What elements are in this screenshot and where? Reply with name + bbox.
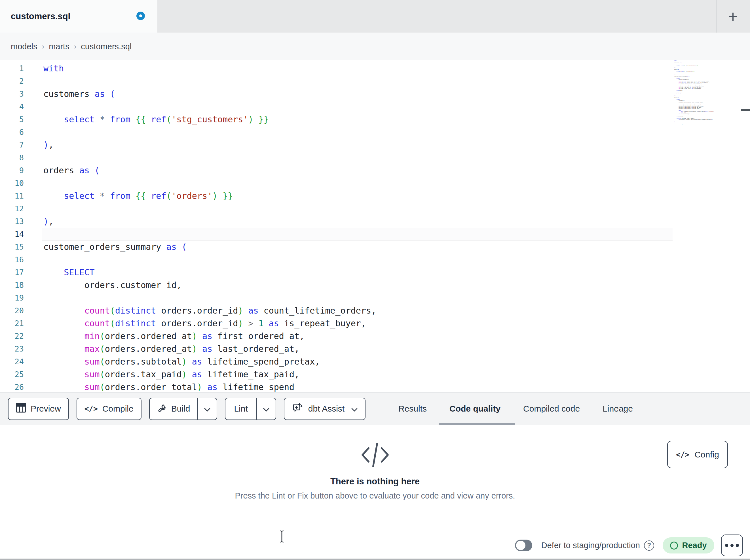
code-quality-panel: There is nothing here Press the Lint or … xyxy=(0,425,750,532)
scrollbar-thumb[interactable] xyxy=(741,109,750,111)
code-line[interactable]: orders as ( xyxy=(43,164,376,177)
tab-customers-sql[interactable]: customers.sql xyxy=(0,0,157,33)
code-empty-state-icon xyxy=(0,442,750,469)
unsaved-changes-indicator xyxy=(136,12,145,20)
line-number: 12 xyxy=(0,202,24,215)
code-line[interactable]: customer_orders_summary as ( xyxy=(43,241,376,253)
build-label: Build xyxy=(171,404,190,414)
chevron-down-icon xyxy=(204,404,211,414)
code-line[interactable] xyxy=(43,291,376,304)
text-cursor xyxy=(279,530,284,544)
line-number: 1 xyxy=(0,62,24,75)
code-line[interactable]: sum(orders.subtotal) as lifetime_spend_p… xyxy=(43,355,376,368)
ready-status-badge: Ready xyxy=(663,537,714,554)
status-bar: Defer to staging/production ? Ready xyxy=(0,532,750,559)
code-line[interactable] xyxy=(43,202,376,215)
indent-guide xyxy=(43,177,43,215)
dbt-assist-label: dbt Assist xyxy=(308,404,344,414)
tabbar-divider xyxy=(716,0,716,33)
code-line[interactable] xyxy=(43,253,376,266)
window-bottom-edge xyxy=(0,559,750,560)
tab-title: customers.sql xyxy=(11,11,70,22)
toggle-knob xyxy=(516,541,526,550)
assist-chat-sparkle-icon xyxy=(292,402,303,416)
line-number: 24 xyxy=(0,355,24,368)
line-number: 20 xyxy=(0,304,24,317)
minimap[interactable]: with customers as ( select * from {{ ref… xyxy=(674,60,719,125)
line-number: 14 xyxy=(0,228,24,241)
line-number: 13 xyxy=(0,215,24,228)
line-number: 17 xyxy=(0,266,24,279)
line-number: 18 xyxy=(0,279,24,291)
breadcrumb-item-customers-sql[interactable]: customers.sql xyxy=(81,42,132,51)
code-line[interactable]: ), xyxy=(43,215,376,228)
code-line[interactable] xyxy=(43,228,376,241)
line-number: 7 xyxy=(0,139,24,151)
line-number: 15 xyxy=(0,241,24,253)
compile-button[interactable]: </> Compile xyxy=(77,398,141,420)
line-number: 3 xyxy=(0,87,24,100)
line-number: 26 xyxy=(0,381,24,392)
plus-icon: + xyxy=(728,7,738,26)
editor-right-divider xyxy=(740,60,741,392)
breadcrumb-separator: › xyxy=(42,42,44,51)
tab-results[interactable]: Results xyxy=(398,404,427,414)
code-content[interactable]: with customers as ( select * from {{ ref… xyxy=(43,62,376,392)
line-number: 22 xyxy=(0,330,24,343)
ready-label: Ready xyxy=(682,541,707,550)
code-line[interactable]: with xyxy=(43,62,376,75)
code-line[interactable]: count(distinct orders.order_id) as count… xyxy=(43,304,376,317)
code-line[interactable]: select * from {{ ref('orders') }} xyxy=(43,189,376,202)
defer-toggle[interactable] xyxy=(515,540,532,551)
code-line[interactable]: SELECT xyxy=(43,266,376,279)
lint-label: Lint xyxy=(234,404,248,414)
code-line[interactable] xyxy=(43,151,376,164)
code-line[interactable]: sum(orders.order_total) as lifetime_spen… xyxy=(43,381,376,392)
line-number: 6 xyxy=(0,126,24,139)
tab-code-quality[interactable]: Code quality xyxy=(450,404,500,414)
code-editor[interactable]: 1234567891011121314151617181920212223242… xyxy=(0,60,750,392)
line-number: 19 xyxy=(0,291,24,304)
tab-compiled-code[interactable]: Compiled code xyxy=(523,404,580,414)
ellipsis-icon xyxy=(725,544,728,547)
breadcrumb-item-marts[interactable]: marts xyxy=(49,42,70,51)
active-tab-underline xyxy=(439,423,515,425)
code-line[interactable] xyxy=(43,126,376,139)
code-line[interactable]: sum(orders.tax_paid) as lifetime_tax_pai… xyxy=(43,368,376,381)
build-dropdown-button[interactable] xyxy=(197,398,217,419)
line-number: 16 xyxy=(0,253,24,266)
code-line[interactable]: customers as ( xyxy=(43,87,376,100)
code-line[interactable]: orders.customer_id, xyxy=(43,279,376,291)
breadcrumb-separator: › xyxy=(74,42,77,51)
code-line[interactable]: select * from {{ ref('stg_customers') }} xyxy=(43,113,376,126)
new-tab-button[interactable]: + xyxy=(723,4,743,28)
lint-button[interactable]: Lint xyxy=(225,398,276,420)
preview-button[interactable]: Preview xyxy=(8,398,69,420)
code-icon: </> xyxy=(84,405,98,413)
breadcrumb-bar: models›marts›customers.sql Save xyxy=(0,33,750,60)
breadcrumb-item-models[interactable]: models xyxy=(11,42,37,51)
line-number: 9 xyxy=(0,164,24,177)
build-button[interactable]: Build xyxy=(149,398,217,420)
empty-state-title: There is nothing here xyxy=(0,476,750,486)
tab-lineage[interactable]: Lineage xyxy=(603,404,633,414)
line-number: 10 xyxy=(0,177,24,189)
code-line[interactable] xyxy=(43,100,376,113)
code-icon: </> xyxy=(676,450,689,459)
code-line[interactable]: max(orders.ordered_at) as last_ordered_a… xyxy=(43,343,376,355)
code-line[interactable]: ), xyxy=(43,139,376,151)
code-line[interactable] xyxy=(43,75,376,87)
config-label: Config xyxy=(694,450,719,459)
help-icon[interactable]: ? xyxy=(644,540,654,551)
line-number: 8 xyxy=(0,151,24,164)
code-line[interactable]: min(orders.ordered_at) as first_ordered_… xyxy=(43,330,376,343)
code-line[interactable] xyxy=(43,177,376,189)
more-options-button[interactable] xyxy=(721,535,743,556)
dbt-assist-button[interactable]: dbt Assist xyxy=(284,398,366,420)
config-button[interactable]: </> Config xyxy=(667,441,728,468)
line-number: 2 xyxy=(0,75,24,87)
status-circle-icon xyxy=(670,542,678,549)
code-line[interactable]: count(distinct orders.order_id) > 1 as i… xyxy=(43,317,376,330)
minimap-line: on customers.customer_id = customer_orde… xyxy=(674,119,719,120)
lint-dropdown-button[interactable] xyxy=(256,398,276,419)
